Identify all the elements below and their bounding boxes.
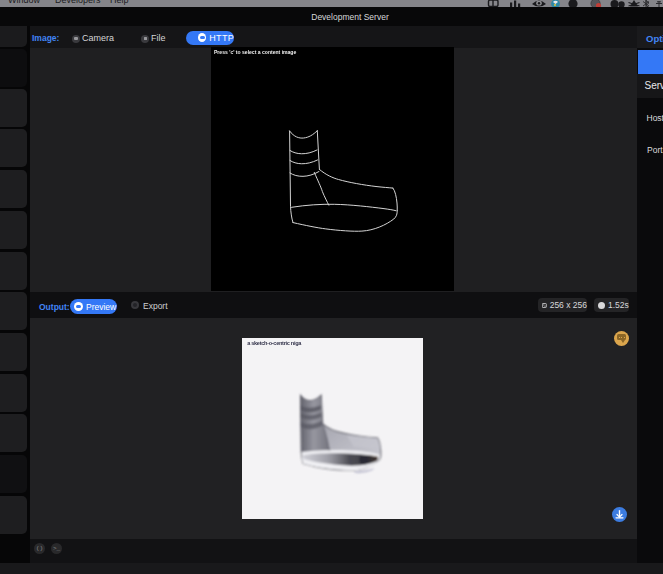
svg-text:a sketch·o-centric niga: a sketch·o-centric niga [247,340,302,346]
